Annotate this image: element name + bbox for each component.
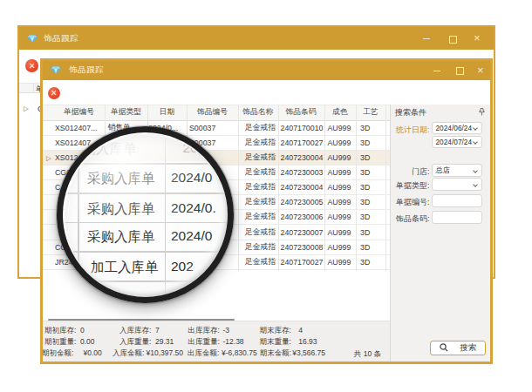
- summary-label: 出库金额:: [188, 348, 219, 359]
- summary-value: ¥10,397.50: [147, 348, 184, 357]
- table-cell: AU999: [324, 180, 357, 194]
- back-maximize-icon[interactable]: [447, 34, 456, 43]
- summary-label: 期初金额:: [43, 348, 73, 359]
- column-header[interactable]: 单据类型: [105, 105, 147, 120]
- field-label: 饰品条码:: [392, 213, 430, 225]
- diamond-icon: [27, 35, 38, 43]
- table-cell: 3D: [356, 166, 385, 179]
- summary-label: 入库库存:: [119, 326, 151, 336]
- table-cell: 3D: [356, 240, 385, 254]
- magnifier-rim: [57, 126, 234, 303]
- table-cell: 2407230006: [278, 210, 324, 224]
- search-panel-title: 搜索条件: [395, 107, 426, 118]
- back-window-title: 饰品跟踪: [44, 33, 78, 44]
- back-table-gridline: [33, 83, 34, 93]
- table-cell: 足金戒指: [238, 226, 278, 240]
- summary-value: 0.00: [80, 337, 95, 346]
- summary-label: 期初重量:: [44, 337, 76, 348]
- table-cell: 足金戒指: [238, 180, 278, 194]
- back-window-titlebar: 饰品跟踪 ×: [19, 27, 494, 50]
- table-cell: 2407230004: [278, 180, 324, 194]
- table-cell: AU999: [324, 240, 357, 254]
- summary-value: 4: [298, 326, 303, 335]
- summary-value: -12.38: [223, 337, 244, 346]
- summary-label: 入库重量:: [119, 337, 151, 348]
- table-cell: 2407170010: [278, 121, 324, 135]
- text-input[interactable]: [432, 211, 482, 224]
- summary-value: ¥3,566.75: [292, 348, 325, 357]
- table-cell: AU999: [324, 166, 357, 179]
- summary-label: 出库重量:: [188, 337, 220, 348]
- table-cell: 足金戒指: [238, 195, 278, 209]
- summary-value: 0: [80, 326, 85, 335]
- table-cell: 3D: [356, 210, 385, 224]
- search-button-label: 搜索: [460, 342, 477, 354]
- front-close-tab-button[interactable]: [48, 87, 61, 100]
- column-header[interactable]: 单据编号: [53, 105, 105, 120]
- table-cell: 足金戒指: [238, 166, 278, 179]
- summary-label: 期末重量:: [259, 337, 290, 348]
- column-header[interactable]: 饰品名称: [238, 105, 278, 120]
- front-maximize-icon[interactable]: [454, 66, 463, 75]
- summary-bar: 期初库存: 0 入库库存: 7 出库库存: -3 期末库存: 4 期初重量: 0…: [43, 321, 390, 362]
- front-window-titlebar: 饰品跟踪 ×: [43, 61, 490, 80]
- table-cell: 2407170027: [278, 255, 324, 269]
- table-cell: 3D: [356, 195, 385, 209]
- field-label: 单据类型:: [392, 180, 430, 192]
- table-cell: 足金戒指: [238, 136, 278, 150]
- table-cell: 3D: [356, 121, 385, 135]
- table-gridline: [238, 105, 239, 271]
- chevron-down-icon: [473, 182, 478, 187]
- summary-value: 16.93: [298, 337, 317, 346]
- back-row-expand-icon[interactable]: ▷: [24, 105, 29, 112]
- search-panel: 搜索条件 统计日期: 2024/06/24 2024/07/24 门店: 总店 …: [391, 105, 490, 362]
- table-cell: AU999: [324, 210, 357, 224]
- back-minimize-icon[interactable]: [422, 34, 431, 43]
- dropdown[interactable]: [432, 178, 482, 191]
- column-header[interactable]: 饰品条码: [278, 105, 324, 120]
- table-gridline: [356, 105, 357, 271]
- magnifier-overlay[interactable]: 购入库单 20 采购入库单 2024/0 采购入库单 2024/0. 采购入库单…: [57, 126, 234, 303]
- summary-value: -3: [223, 326, 230, 335]
- table-cell: 3D: [356, 180, 385, 194]
- dropdown[interactable]: 2024/06/24: [432, 122, 482, 135]
- dropdown[interactable]: 总店: [432, 164, 482, 177]
- front-window-title: 饰品跟踪: [69, 64, 104, 76]
- summary-value: 29.31: [155, 337, 174, 346]
- summary-label: 期末金额:: [260, 348, 291, 359]
- column-header[interactable]: 工艺: [356, 105, 385, 120]
- dropdown[interactable]: 2024/07/24: [432, 136, 482, 149]
- selected-row-arrow-icon: ▷: [46, 154, 51, 162]
- front-close-icon[interactable]: ×: [476, 66, 485, 75]
- summary-label: 期末库存:: [259, 326, 290, 336]
- column-header[interactable]: 日期: [147, 105, 187, 120]
- table-gridline: [278, 105, 279, 271]
- summary-value: 7: [155, 326, 160, 335]
- search-button[interactable]: 搜索: [430, 341, 486, 356]
- text-input[interactable]: [432, 194, 482, 207]
- pin-icon[interactable]: [479, 108, 485, 116]
- chevron-down-icon: [473, 139, 478, 145]
- field-label: 单据编号:: [392, 197, 430, 208]
- table-cell: 2407230007: [278, 226, 324, 240]
- table-cell: 2407230008: [278, 240, 324, 254]
- table-cell: 3D: [356, 255, 385, 269]
- summary-value: ¥0.00: [84, 348, 102, 357]
- table-cell: 足金戒指: [238, 255, 278, 269]
- column-header[interactable]: 成色: [324, 105, 357, 120]
- table-gridline: [385, 105, 386, 271]
- table-cell: 足金戒指: [238, 121, 278, 135]
- table-cell: 2407230003: [278, 166, 324, 179]
- table-cell: 3D: [356, 151, 385, 165]
- front-minimize-icon[interactable]: [433, 66, 441, 75]
- table-cell: 3D: [356, 226, 385, 240]
- field-label: 统计日期:: [392, 125, 430, 136]
- summary-label: 出库库存:: [188, 326, 220, 336]
- chevron-down-icon: [473, 125, 478, 131]
- table-cell: AU999: [324, 226, 357, 240]
- column-header[interactable]: 饰品编号: [187, 105, 238, 120]
- table-cell: 足金戒指: [238, 240, 278, 254]
- back-close-icon[interactable]: ×: [473, 34, 481, 43]
- back-close-tab-button[interactable]: [25, 59, 38, 72]
- summary-label: 期初库存:: [44, 326, 76, 336]
